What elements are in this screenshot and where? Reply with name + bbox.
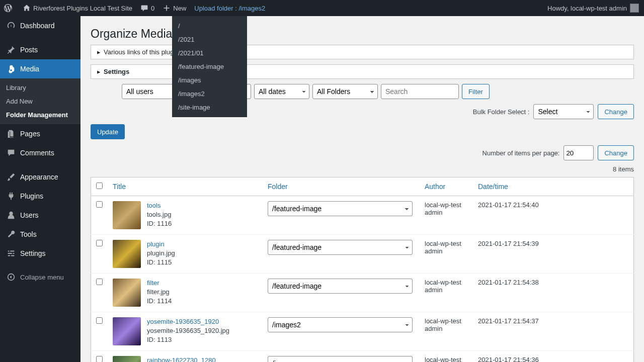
plugins-label: Plugins xyxy=(20,192,43,200)
upload-folder[interactable]: Upload folder : /images2 xyxy=(190,0,269,16)
item-filename: yosemite-1936635_1920.jpg xyxy=(147,326,229,335)
menu-users[interactable]: Users xyxy=(0,206,80,225)
site-name[interactable]: Riverforest Plugins Local Test Site xyxy=(19,0,136,16)
menu-plugins[interactable]: Plugins xyxy=(0,187,80,206)
content-area: Organize Media Folder ▸Various links of … xyxy=(80,16,644,362)
comments-label: Comments xyxy=(20,149,54,157)
wordpress-icon xyxy=(4,4,12,12)
menu-settings[interactable]: Settings xyxy=(0,244,80,263)
menu-dashboard[interactable]: Dashboard xyxy=(0,16,80,35)
thumbnail xyxy=(113,279,141,307)
menu-tools[interactable]: Tools xyxy=(0,225,80,244)
comments-link[interactable]: 0 xyxy=(136,0,158,16)
comments-icon xyxy=(6,148,16,157)
bulk-folder-select[interactable]: Select xyxy=(533,104,594,119)
row-folder-select[interactable]: /featured-image xyxy=(268,201,413,216)
comments-count: 0 xyxy=(151,5,154,12)
row-datetime: 2021-01-17 21:54:36 xyxy=(473,351,634,363)
upload-folder-label: Upload folder : /images2 xyxy=(194,5,265,12)
thumbnail xyxy=(113,201,141,229)
dropdown-item[interactable]: /images xyxy=(172,73,247,87)
row-folder-select[interactable]: /images xyxy=(268,356,413,362)
menu-pages[interactable]: Pages xyxy=(0,124,80,143)
dropdown-item[interactable]: /featured-image xyxy=(172,60,247,73)
row-folder-select[interactable]: /featured-image xyxy=(268,240,413,255)
arrow-right-icon: ▸ xyxy=(97,68,101,75)
row-datetime: 2021-01-17 21:54:37 xyxy=(473,312,634,351)
menu-collapse[interactable]: Collapse menu xyxy=(0,268,80,286)
row-author: local-wp-test admin xyxy=(420,312,473,351)
submenu-add-new[interactable]: Add New xyxy=(0,95,80,108)
row-checkbox[interactable] xyxy=(96,356,103,362)
submenu-library[interactable]: Library xyxy=(0,81,80,95)
item-id: ID: 1116 xyxy=(147,219,172,228)
col-folder[interactable]: Folder xyxy=(268,183,288,191)
col-author[interactable]: Author xyxy=(425,183,445,191)
item-filename: filter.jpg xyxy=(147,288,172,297)
account-menu[interactable]: Howdy, local-wp-test admin xyxy=(547,4,644,13)
settings-box-label: Settings xyxy=(104,68,129,75)
dates-filter[interactable]: All dates xyxy=(254,84,309,99)
dropdown-item[interactable]: /images2 xyxy=(172,87,247,101)
item-title-link[interactable]: yosemite-1936635_1920 xyxy=(147,318,219,325)
user-icon xyxy=(6,211,16,220)
row-checkbox[interactable] xyxy=(96,317,103,324)
sliders-icon xyxy=(6,249,16,258)
item-title-link[interactable]: plugin xyxy=(147,240,165,248)
per-page-input[interactable] xyxy=(564,145,594,160)
menu-comments[interactable]: Comments xyxy=(0,143,80,162)
col-datetime[interactable]: Date/time xyxy=(478,183,508,191)
row-datetime: 2021-01-17 21:54:39 xyxy=(473,235,634,274)
brush-icon xyxy=(6,172,16,182)
search-input[interactable] xyxy=(381,84,459,99)
item-id: ID: 1115 xyxy=(147,258,175,267)
items-count: 8 items xyxy=(91,165,634,173)
collapse-label: Collapse menu xyxy=(20,274,64,281)
update-button[interactable]: Update xyxy=(91,124,125,139)
new-label: New xyxy=(173,5,186,12)
submenu-folder-management[interactable]: Folder Management xyxy=(0,108,80,122)
item-title-link[interactable]: tools xyxy=(147,202,160,209)
wp-logo[interactable] xyxy=(0,0,19,16)
dropdown-item[interactable]: /site-image xyxy=(172,101,247,114)
thumbnail xyxy=(113,240,141,268)
folders-filter[interactable]: All Folders xyxy=(312,84,378,99)
row-checkbox[interactable] xyxy=(96,240,103,246)
item-title-link[interactable]: filter xyxy=(147,279,159,287)
item-title-link[interactable]: rainbow-1622730_1280 xyxy=(147,356,216,362)
media-label: Media xyxy=(20,65,39,73)
upload-folder-dropdown: //2021/2021/01/featured-image/images/ima… xyxy=(172,16,247,117)
dropdown-item[interactable]: /2021 xyxy=(172,33,247,46)
dropdown-item[interactable]: / xyxy=(172,19,247,33)
bulk-folder-label: Bulk Folder Select : xyxy=(473,108,530,116)
dropdown-item[interactable]: /2021/01 xyxy=(172,46,247,60)
bulk-change-button[interactable]: Change xyxy=(598,104,634,119)
menu-media[interactable]: Media xyxy=(0,59,80,78)
row-author: local-wp-test admin xyxy=(420,351,473,363)
admin-bar: Riverforest Plugins Local Test Site 0 Ne… xyxy=(0,0,644,16)
row-checkbox[interactable] xyxy=(96,279,103,285)
filter-button[interactable]: Filter xyxy=(462,84,490,99)
row-folder-select[interactable]: /images2 xyxy=(268,317,413,332)
tools-label: Tools xyxy=(20,230,37,238)
per-page-change-button[interactable]: Change xyxy=(598,145,634,160)
select-all-checkbox[interactable] xyxy=(96,183,103,189)
item-filename: plugin.jpg xyxy=(147,249,175,258)
pin-icon xyxy=(6,45,16,54)
menu-posts[interactable]: Posts xyxy=(0,40,80,59)
links-box-label: Various links of this plugin xyxy=(104,48,179,56)
pages-icon xyxy=(6,129,16,138)
table-row: filter filter.jpg ID: 1114 /featured-ima… xyxy=(91,274,634,312)
row-author: local-wp-test admin xyxy=(420,235,473,274)
row-datetime: 2021-01-17 21:54:40 xyxy=(473,196,634,235)
row-checkbox[interactable] xyxy=(96,201,103,208)
site-name-text: Riverforest Plugins Local Test Site xyxy=(33,5,132,12)
new-content[interactable]: New xyxy=(158,0,190,16)
row-datetime: 2021-01-17 21:54:38 xyxy=(473,274,634,312)
thumbnail xyxy=(113,356,141,362)
menu-appearance[interactable]: Appearance xyxy=(0,167,80,187)
dashboard-label: Dashboard xyxy=(20,22,55,30)
row-folder-select[interactable]: /featured-image xyxy=(268,279,413,294)
col-title[interactable]: Title xyxy=(113,183,126,191)
item-filename: tools.jpg xyxy=(147,210,172,219)
